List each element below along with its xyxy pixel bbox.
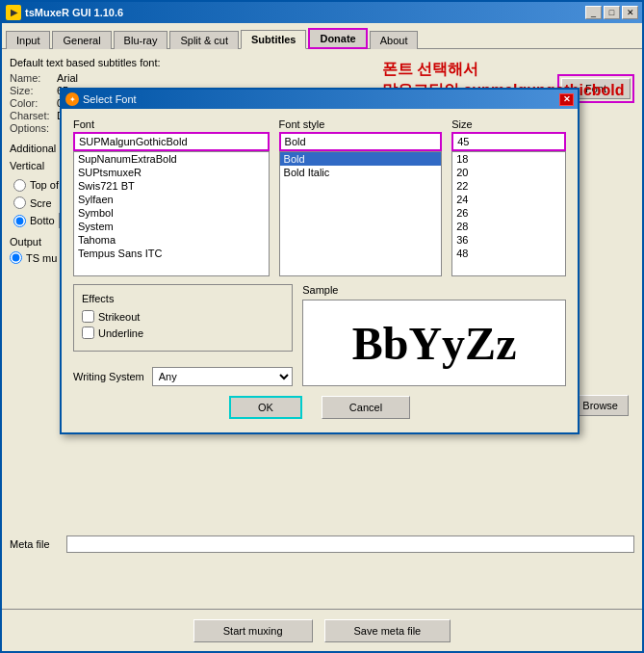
ok-button[interactable]: OK	[229, 396, 302, 419]
name-label: Name:	[10, 72, 53, 84]
list-item[interactable]: 26	[452, 206, 565, 220]
bottom-radio[interactable]	[13, 215, 26, 227]
list-item[interactable]: Bold	[280, 152, 442, 166]
size-listbox[interactable]: 18 20 22 24 26 28 36 48	[451, 151, 566, 276]
additional-label: Additional	[10, 143, 56, 154]
options-label: Options:	[10, 122, 53, 134]
tab-donate[interactable]: Donate	[308, 28, 367, 49]
font-listbox[interactable]: SupNanumExtraBold SUPtsmuxeR Swis721 BT …	[73, 151, 270, 276]
browse-button-wrap: Browse	[572, 395, 629, 416]
dialog-title: Select Font	[83, 93, 137, 105]
screen-radio-label: Scre	[30, 197, 52, 209]
vertical-label: Vertical	[10, 160, 44, 171]
strikeout-label: Strikeout	[98, 311, 140, 323]
sample-text: BbYyZz	[352, 317, 517, 370]
strikeout-checkbox[interactable]	[82, 310, 94, 323]
tab-subtitles[interactable]: Subtitles	[241, 30, 306, 49]
underline-label: Underline	[98, 327, 143, 339]
meta-label: Meta file	[10, 538, 63, 550]
font-name-input[interactable]	[73, 132, 270, 151]
size-label: Size:	[10, 85, 53, 96]
writing-system-row: Writing System Any	[73, 367, 293, 386]
list-item[interactable]: Bold Italic	[280, 166, 442, 179]
tab-bluray[interactable]: Blu-ray	[114, 31, 168, 49]
top-radio-label: Top of	[30, 179, 59, 191]
size-input[interactable]	[451, 132, 566, 151]
writing-system-select[interactable]: Any	[152, 367, 293, 386]
bottom-radio-label: Botto	[30, 215, 55, 226]
list-item[interactable]: SUPtsmuxeR	[74, 166, 269, 179]
underline-checkbox[interactable]	[82, 326, 94, 339]
dialog-content: Font SupNanumExtraBold SUPtsmuxeR Swis72…	[62, 109, 578, 432]
tab-general[interactable]: General	[52, 31, 111, 49]
dialog-buttons: OK Cancel	[73, 396, 566, 423]
color-label: Color:	[10, 97, 53, 109]
app-icon: ▶	[6, 5, 21, 20]
tab-about[interactable]: About	[370, 31, 419, 49]
list-item[interactable]: 22	[452, 179, 565, 193]
select-font-dialog: ✦ Select Font ✕ Font SupNanumExtraBold S…	[60, 88, 580, 434]
list-item[interactable]: 48	[452, 247, 565, 260]
window-controls: _ □ ✕	[585, 6, 638, 19]
tab-input[interactable]: Input	[6, 31, 50, 49]
minimize-button[interactable]: _	[585, 6, 602, 19]
font-col-label: Font	[73, 118, 270, 130]
list-item[interactable]: Tahoma	[74, 233, 269, 247]
list-item[interactable]: 20	[452, 166, 565, 179]
name-value: Arial	[57, 72, 78, 84]
bottom-bar: Start muxing Save meta file	[2, 609, 642, 651]
list-item[interactable]: Symbol	[74, 206, 269, 220]
save-meta-file-button[interactable]: Save meta file	[324, 619, 451, 642]
tab-bar: Input General Blu-ray Split & cut Subtit…	[2, 23, 642, 49]
start-muxing-button[interactable]: Start muxing	[193, 619, 313, 642]
style-col-label: Font style	[279, 118, 443, 130]
list-item[interactable]: System	[74, 220, 269, 233]
list-item[interactable]: Sylfaen	[74, 193, 269, 206]
writing-system-label: Writing System	[73, 371, 144, 382]
charset-label: Charset:	[10, 110, 53, 121]
dialog-titlebar: ✦ Select Font ✕	[62, 90, 578, 109]
window-title: tsMuxeR GUI 1.10.6	[25, 7, 123, 18]
screen-radio[interactable]	[13, 196, 26, 209]
list-item[interactable]: 24	[452, 193, 565, 206]
effects-sample-row: Effects Strikeout Underline Writin	[73, 284, 566, 386]
size-column: Size 18 20 22 24 26 28 36 48	[451, 118, 566, 276]
list-item[interactable]: Tempus Sans ITC	[74, 247, 269, 260]
cancel-button[interactable]: Cancel	[322, 396, 410, 419]
meta-input[interactable]	[66, 535, 634, 553]
ts-radio-label: TS mu	[26, 252, 57, 264]
main-window: ▶ tsMuxeR GUI 1.10.6 _ □ ✕ Input General…	[0, 0, 644, 653]
ts-radio[interactable]	[10, 251, 22, 264]
korean-line1: 폰트 선택해서	[382, 59, 632, 80]
list-item[interactable]: 36	[452, 233, 565, 247]
size-col-label: Size	[451, 118, 566, 130]
browse-button[interactable]: Browse	[572, 395, 629, 416]
maximize-button[interactable]: □	[604, 6, 620, 19]
dialog-close-button[interactable]: ✕	[559, 93, 574, 106]
style-input[interactable]	[279, 132, 443, 151]
title-bar: ▶ tsMuxeR GUI 1.10.6 _ □ ✕	[2, 2, 642, 23]
list-item[interactable]: Swis721 BT	[74, 179, 269, 193]
sample-box: BbYyZz	[302, 300, 566, 386]
sample-label: Sample	[302, 284, 566, 296]
tab-splitcut[interactable]: Split & cut	[169, 31, 239, 49]
dialog-title-left: ✦ Select Font	[65, 92, 137, 106]
meta-file-area: Meta file	[10, 535, 634, 557]
content-area: Default text based subtitles font: Name:…	[2, 49, 642, 609]
output-label: Output	[10, 236, 41, 248]
font-column: Font SupNanumExtraBold SUPtsmuxeR Swis72…	[73, 118, 270, 276]
top-radio[interactable]	[13, 179, 26, 192]
style-listbox[interactable]: Bold Bold Italic	[279, 151, 443, 276]
effects-box: Effects Strikeout Underline	[73, 284, 293, 352]
title-bar-left: ▶ tsMuxeR GUI 1.10.6	[6, 5, 123, 20]
list-item[interactable]: SupNanumExtraBold	[74, 152, 269, 166]
effects-title: Effects	[82, 293, 284, 304]
style-column: Font style Bold Bold Italic	[279, 118, 443, 276]
font-columns: Font SupNanumExtraBold SUPtsmuxeR Swis72…	[73, 118, 566, 276]
list-item[interactable]: 18	[452, 152, 565, 166]
dialog-icon: ✦	[65, 92, 79, 106]
close-button[interactable]: ✕	[622, 6, 638, 19]
list-item[interactable]: 28	[452, 220, 565, 233]
